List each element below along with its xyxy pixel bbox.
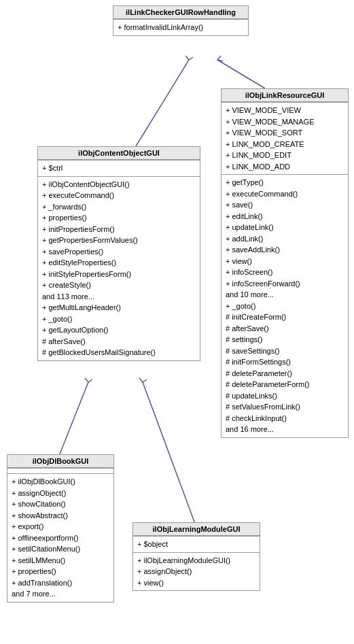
box-line: + getType() [226, 177, 344, 188]
box-line: + assignObject() [12, 488, 109, 499]
box-line: + setilCitationMenu() [12, 543, 109, 555]
box-section-ilLinkCheckerGUIRowHandling-0: + formatInvalidLinkArray() [113, 19, 248, 35]
box-line: + offlineexportform() [12, 532, 109, 544]
box-line: # saveSettings() [226, 345, 344, 357]
box-line: + addTranslation() [12, 577, 109, 589]
box-line: # afterSave() [42, 336, 196, 348]
box-line: + save() [226, 199, 344, 211]
box-ilObjContentObjectGUI: ilObjContentObjectGUI + $ctrl + ilObjCon… [37, 146, 200, 361]
box-line: and 16 more... [226, 424, 344, 435]
box-line: + showAbstract() [12, 510, 109, 522]
box-line: + getLayoutOption() [42, 324, 196, 336]
box-title-ilObjLearningModuleGUI: ilObjLearningModuleGUI [133, 523, 260, 536]
box-line: # deleteParameterForm() [226, 379, 344, 390]
box-section-ilObjLinkResourceGUI-1: + getType() + executeCommand() + save() … [222, 174, 348, 437]
svg-line-3 [143, 382, 195, 524]
box-line: # updateLinks() [226, 390, 344, 402]
box-line: and 7 more... [12, 588, 109, 600]
box-ilObjDlBookGUI: ilObjDlBookGUI + ilObjDlBookGUI() + assi… [7, 454, 114, 603]
box-line: # deleteParameter() [226, 368, 344, 379]
box-line: and 10 more... [226, 289, 344, 301]
diagram-container: ilLinkCheckerGUIRowHandling + formatInva… [0, 0, 354, 644]
box-title-ilObjLinkResourceGUI: ilObjLinkResourceGUI [222, 89, 348, 102]
box-line: + LINK_MOD_ADD [226, 161, 344, 173]
box-line: + executeCommand() [226, 188, 344, 200]
box-line: + initStylePropertiesForm() [42, 269, 196, 280]
box-ilLinkCheckerGUIRowHandling: ilLinkCheckerGUIRowHandling + formatInva… [113, 5, 249, 36]
box-section-ilObjContentObjectGUI-0: + $ctrl [38, 160, 200, 176]
box-ilObjLearningModuleGUI: ilObjLearningModuleGUI + $object + ilObj… [132, 522, 260, 591]
box-line: + saveProperties() [42, 246, 196, 258]
box-section-ilObjLearningModuleGUI-1: + ilObjLearningModuleGUI() + assignObjec… [133, 552, 260, 591]
box-section-ilObjLinkResourceGUI-0: + VIEW_MODE_VIEW + VIEW_MODE_MANAGE + VI… [222, 102, 348, 174]
box-line: # initFormSettings() [226, 356, 344, 368]
box-ilObjLinkResourceGUI: ilObjLinkResourceGUI + VIEW_MODE_VIEW + … [221, 88, 349, 438]
box-line: + initPropertiesForm() [42, 224, 196, 235]
box-line: # settings() [226, 334, 344, 345]
box-line: # getBlockedUsersMailSignature() [42, 347, 196, 358]
box-line: + LINK_MOD_EDIT [226, 150, 344, 161]
box-line: + updateLink() [226, 222, 344, 233]
box-line: + export() [12, 521, 109, 532]
box-section-ilObjContentObjectGUI-1: + ilObjContentObjectGUI() + executeComma… [38, 176, 200, 360]
svg-line-2 [59, 382, 88, 456]
box-title-ilObjDlBookGUI: ilObjDlBookGUI [7, 455, 113, 468]
box-section-ilObjLearningModuleGUI-0: + $object [133, 536, 260, 552]
box-line: + LINK_MOD_CREATE [226, 139, 344, 150]
box-line: + getMultiLangHeader() [42, 302, 196, 313]
box-line: + VIEW_MODE_MANAGE [226, 116, 344, 128]
box-title-ilLinkCheckerGUIRowHandling: ilLinkCheckerGUIRowHandling [113, 6, 248, 19]
box-line: + executeCommand() [42, 190, 196, 201]
box-line: + showCitation() [12, 498, 109, 510]
box-line: + ilObjLearningModuleGUI() [137, 555, 255, 566]
box-line: + ilObjDlBookGUI() [12, 476, 109, 488]
box-line: + _goto() [226, 301, 344, 312]
box-line: + ilObjContentObjectGUI() [42, 179, 196, 190]
box-section-ilObjDlBookGUI-1: + ilObjDlBookGUI() + assignObject() + sh… [7, 473, 113, 602]
box-line: + getPropertiesFormValues() [42, 235, 196, 246]
box-line: + _forwards() [42, 201, 196, 213]
box-line: + properties() [42, 212, 196, 224]
box-line: # initCreateForm() [226, 311, 344, 323]
box-line: # afterSave() [226, 323, 344, 335]
box-line: + saveAddLink() [226, 244, 344, 256]
box-line: + editLink() [226, 211, 344, 222]
box-line: + view() [226, 256, 344, 267]
box-line: + $ctrl [42, 163, 196, 174]
box-line: + view() [137, 577, 255, 589]
box-title-ilObjContentObjectGUI: ilObjContentObjectGUI [38, 147, 200, 160]
svg-line-0 [217, 60, 265, 88]
box-line: + editStyleProperties() [42, 257, 196, 269]
box-line: + properties() [12, 566, 109, 577]
box-line: + addLink() [226, 233, 344, 245]
box-line: + setilLMMenu() [12, 555, 109, 566]
box-line: + VIEW_MODE_VIEW [226, 105, 344, 116]
box-section-ilObjDlBookGUI-0 [7, 468, 113, 473]
box-line: + createStyle() [42, 279, 196, 291]
box-line: and 113 more... [42, 291, 196, 303]
box-line: # setValuesFromLink() [226, 401, 344, 413]
box-line: + assignObject() [137, 566, 255, 577]
svg-line-1 [136, 60, 189, 146]
box-line: + infoScreen() [226, 267, 344, 278]
box-line: + _goto() [42, 313, 196, 325]
box-line: + infoScreenForward() [226, 278, 344, 290]
box-line: # checkLinkInput() [226, 413, 344, 424]
box-line: + $object [137, 539, 255, 550]
box-line: + formatInvalidLinkArray() [118, 22, 244, 33]
box-line: + VIEW_MODE_SORT [226, 127, 344, 139]
